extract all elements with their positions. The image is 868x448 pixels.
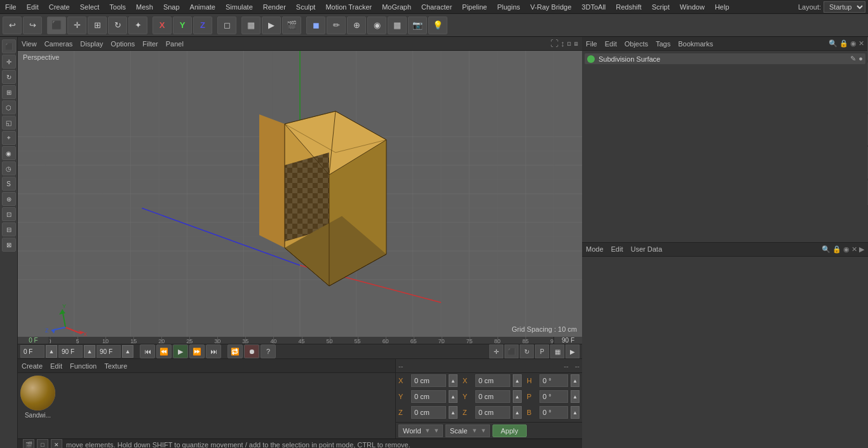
menu-plugins[interactable]: Plugins — [492, 2, 525, 12]
transport-to-arrow2[interactable]: ▲ — [122, 345, 133, 358]
transport-from-field[interactable]: 0 F — [20, 345, 44, 358]
lt-tool7[interactable]: ⌖ — [2, 131, 16, 145]
coord-x-pos-field[interactable]: 0 cm — [411, 374, 446, 387]
apply-button[interactable]: Apply — [492, 424, 527, 437]
menu-create[interactable]: Create — [44, 2, 75, 12]
vp-menu-panel[interactable]: Panel — [166, 40, 184, 48]
coord-b-arrow[interactable]: ▲ — [571, 406, 580, 419]
redo-button[interactable]: ↪ — [23, 17, 42, 34]
lt-tool10[interactable]: S — [2, 177, 16, 191]
transport-help[interactable]: ? — [261, 344, 276, 358]
menu-character[interactable]: Character — [416, 2, 457, 12]
transport-record[interactable]: ⏺ — [244, 344, 259, 358]
menu-3dtoall[interactable]: 3DToAll — [576, 2, 611, 12]
select-tool-button[interactable]: ⬛ — [47, 17, 66, 34]
scale-tool-button[interactable]: ⊞ — [88, 17, 107, 34]
mat-menu-edit[interactable]: Edit — [50, 362, 62, 370]
snap-button[interactable]: ⊕ — [347, 17, 366, 34]
vp-menu-view[interactable]: View — [22, 40, 37, 48]
menu-motion-tracker[interactable]: Motion Tracker — [320, 2, 377, 12]
viewport-area[interactable]: View Cameras Display Options Filter Pane… — [18, 37, 582, 337]
lt-move[interactable]: ✛ — [2, 55, 16, 69]
timeline-ruler[interactable]: 051015202530354045505560657075808590 — [50, 337, 553, 344]
layout-select[interactable]: Startup — [824, 1, 865, 13]
lt-tool11[interactable]: ⊛ — [2, 192, 16, 206]
lt-tool6[interactable]: ◱ — [2, 116, 16, 130]
menu-edit[interactable]: Edit — [22, 2, 44, 12]
rotate-tool-button[interactable]: ↻ — [108, 17, 127, 34]
mat-menu-function[interactable]: Function — [70, 362, 97, 370]
menu-select[interactable]: Select — [75, 2, 105, 12]
lt-tool14[interactable]: ⊠ — [2, 238, 16, 252]
render-button[interactable]: 🎬 — [282, 17, 301, 34]
lt-tool5[interactable]: ⬡ — [2, 100, 16, 114]
transport-to-arrow[interactable]: ▲ — [84, 345, 95, 358]
menu-help[interactable]: Help — [710, 2, 735, 12]
coord-x2-field[interactable]: 0 cm — [475, 374, 510, 387]
menu-tools[interactable]: Tools — [104, 2, 131, 12]
transport-to-start[interactable]: ⏮ — [140, 344, 155, 358]
vp-menu-filter[interactable]: Filter — [142, 40, 158, 48]
vp-menu-options[interactable]: Options — [111, 40, 135, 48]
menu-snap[interactable]: Snap — [158, 2, 185, 12]
menu-simulate[interactable]: Simulate — [220, 2, 258, 12]
transport-icon3[interactable]: ↻ — [520, 344, 534, 358]
menu-redshift[interactable]: Redshift — [611, 2, 646, 12]
render-view-button[interactable]: ▶ — [262, 17, 281, 34]
transport-from-arrow[interactable]: ▲ — [46, 345, 57, 358]
obj-menu-objects[interactable]: Objects — [625, 40, 648, 48]
z-axis-button[interactable]: Z — [193, 17, 212, 34]
transport-loop[interactable]: 🔁 — [227, 344, 243, 358]
x-axis-button[interactable]: X — [153, 17, 172, 34]
coord-p-field[interactable]: 0 ° — [539, 390, 568, 403]
render-region-button[interactable]: ▦ — [241, 17, 261, 34]
coord-y-pos-field[interactable]: 0 cm — [411, 390, 446, 403]
scale-select[interactable]: Scale ▾ — [445, 424, 490, 437]
menu-mograph[interactable]: MoGraph — [377, 2, 416, 12]
transport-to-field2[interactable]: 90 F — [97, 345, 121, 358]
lt-scale[interactable]: ⊞ — [2, 85, 16, 99]
menu-window[interactable]: Window — [675, 2, 710, 12]
status-icon1[interactable]: 🎬 — [23, 439, 34, 448]
status-icon3[interactable]: ✕ — [51, 439, 62, 448]
mat-menu-create[interactable]: Create — [22, 362, 43, 370]
coord-y2-arrow[interactable]: ▲ — [513, 390, 522, 403]
menu-vray[interactable]: V-Ray Bridge — [526, 2, 577, 12]
mat-menu-texture[interactable]: Texture — [104, 362, 127, 370]
coord-z2-arrow[interactable]: ▲ — [513, 406, 522, 419]
world-select[interactable]: World ▾ — [398, 424, 443, 437]
coord-z-pos-field[interactable]: 0 cm — [411, 406, 446, 419]
grid-button[interactable]: ▦ — [388, 17, 407, 34]
coord-h-field[interactable]: 0 ° — [539, 374, 568, 387]
menu-render[interactable]: Render — [258, 2, 291, 12]
lt-pointer[interactable]: ⬛ — [2, 39, 16, 53]
coord-x-pos-arrow[interactable]: ▲ — [449, 374, 458, 387]
obj-menu-file[interactable]: File — [586, 40, 597, 48]
lt-rotate[interactable]: ↻ — [2, 70, 16, 84]
coord-z2-field[interactable]: 0 cm — [475, 406, 510, 419]
coord-z-pos-arrow[interactable]: ▲ — [449, 406, 458, 419]
lt-tool13[interactable]: ⊟ — [2, 222, 16, 236]
coord-h-arrow[interactable]: ▲ — [571, 374, 580, 387]
lt-tool12[interactable]: ⊡ — [2, 207, 16, 221]
menu-animate[interactable]: Animate — [185, 2, 220, 12]
lt-tool8[interactable]: ◉ — [2, 146, 16, 160]
viewport-shading-button[interactable]: ◼ — [306, 17, 325, 34]
obj-menu-edit[interactable]: Edit — [605, 40, 617, 48]
coord-y2-field[interactable]: 0 cm — [475, 390, 510, 403]
soft-select-button[interactable]: ◉ — [367, 17, 386, 34]
obj-menu-tags[interactable]: Tags — [656, 40, 670, 48]
menu-script[interactable]: Script — [647, 2, 675, 12]
attr-menu-userdata[interactable]: User Data — [631, 245, 663, 253]
draw-mode-button[interactable]: ✏ — [327, 17, 346, 34]
light-button[interactable]: 💡 — [428, 17, 447, 34]
move-tool-button[interactable]: ✛ — [67, 17, 86, 34]
transport-to-end[interactable]: ⏭ — [206, 344, 221, 358]
menu-sculpt[interactable]: Sculpt — [291, 2, 321, 12]
transport-step-back[interactable]: ⏪ — [156, 344, 172, 358]
coord-x2-arrow[interactable]: ▲ — [513, 374, 522, 387]
attr-menu-mode[interactable]: Mode — [586, 245, 604, 253]
coord-p-arrow[interactable]: ▲ — [571, 390, 580, 403]
transport-icon6[interactable]: ▶ — [566, 344, 580, 358]
coord-y-pos-arrow[interactable]: ▲ — [449, 390, 458, 403]
